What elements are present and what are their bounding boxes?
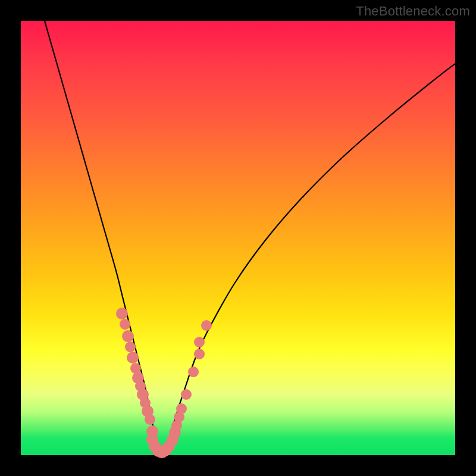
bottleneck-curve	[45, 21, 455, 453]
sample-dot	[201, 320, 212, 331]
sample-dot	[194, 349, 205, 359]
sample-dot	[194, 337, 205, 347]
sample-dot	[125, 342, 136, 352]
sample-dot	[145, 414, 155, 425]
sample-dot	[120, 319, 130, 330]
sample-dot	[181, 389, 192, 400]
plot-area	[21, 21, 455, 455]
watermark-text: TheBottleneck.com	[356, 4, 470, 19]
sample-dot	[176, 403, 187, 414]
sample-dot	[127, 352, 139, 364]
chart-frame: TheBottleneck.com	[0, 0, 476, 476]
curve-svg	[21, 21, 455, 455]
sample-dot	[188, 367, 199, 377]
sample-dot	[122, 330, 134, 342]
sample-dot	[116, 308, 128, 320]
